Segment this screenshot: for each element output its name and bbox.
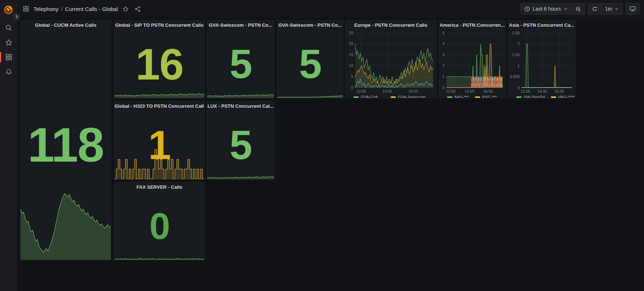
panel-europe-pstn: Europe - PSTN Concurrent Calls 051015202… bbox=[345, 20, 436, 98]
y-axis-tick: 25 bbox=[349, 31, 353, 35]
legend-swatch-icon bbox=[551, 96, 556, 98]
sidebar bbox=[0, 0, 17, 291]
panel-sip-to-pstn: Global - SIP TO PSTN Concurrent Calls 16 bbox=[114, 20, 205, 98]
sparkline-chart bbox=[21, 167, 111, 260]
refresh-icon bbox=[592, 6, 597, 12]
legend-series-name: SIN-SingTel bbox=[524, 95, 545, 98]
apps-grid-icon bbox=[23, 6, 29, 12]
x-axis-tick: 16:00 bbox=[408, 89, 418, 93]
sidebar-expand-button[interactable] bbox=[13, 13, 20, 20]
breadcrumb-separator: / bbox=[61, 6, 62, 12]
timeseries-chart[interactable]: 01234512:0014:0016:00 bbox=[439, 30, 505, 94]
refresh-button[interactable] bbox=[588, 3, 601, 14]
legend-series-name: GVA-Colt bbox=[361, 95, 378, 98]
panel-title[interactable]: America - PSTN Concurren... bbox=[439, 21, 505, 30]
share-icon bbox=[135, 6, 141, 12]
stat-value: 5 bbox=[299, 44, 321, 85]
x-axis-tick: 14:00 bbox=[382, 89, 392, 93]
dashboard-canvas: Global - CUCM Active Calls 118 Global - … bbox=[17, 18, 644, 291]
y-axis-tick: 10 bbox=[349, 63, 353, 68]
breadcrumb-dashboard-title[interactable]: Current Calls - Global bbox=[65, 6, 118, 12]
y-axis-tick: 5 bbox=[442, 31, 444, 35]
grafana-logo[interactable] bbox=[3, 5, 14, 15]
y-axis-tick: 0 bbox=[442, 85, 444, 90]
legend-swatch-icon bbox=[354, 96, 359, 98]
x-axis-tick: 14:00 bbox=[465, 89, 474, 93]
x-axis-tick: 12:00 bbox=[446, 89, 455, 93]
apps-grid-icon bbox=[6, 54, 12, 60]
x-axis-tick: 12:00 bbox=[356, 89, 366, 93]
stat-value: 0 bbox=[149, 207, 169, 245]
legend-series-name: GVA-Swisscom bbox=[398, 95, 426, 98]
legend-item[interactable]: HKG-**** bbox=[551, 95, 575, 98]
x-axis-tick: 12:00 bbox=[521, 89, 530, 93]
star-icon bbox=[5, 39, 12, 46]
chart-legend: NAS-***NYC-***BER-***PAC-***SAO-*** bbox=[439, 94, 505, 98]
search-icon bbox=[5, 24, 12, 32]
top-navbar: Telephony / Current Calls - Global Last … bbox=[17, 0, 644, 18]
panel-fax-server-calls: FAX SERVER - Calls 0 bbox=[114, 182, 205, 260]
legend-swatch-icon bbox=[475, 96, 480, 98]
time-range-picker[interactable]: Last 6 hours bbox=[521, 3, 571, 14]
star-dashboard-button[interactable] bbox=[121, 4, 130, 14]
legend-item[interactable]: GVA-Swisscom bbox=[391, 95, 426, 98]
panel-title[interactable]: Europe - PSTN Concurrent Calls bbox=[345, 21, 436, 30]
y-axis-tick: 1.50 bbox=[512, 52, 520, 57]
y-axis-tick: 5 bbox=[351, 74, 353, 79]
panel-title[interactable]: Global - CUCM Active Calls bbox=[21, 21, 111, 30]
panel-title[interactable]: GVA-Swisscom - PSTN Co... bbox=[277, 21, 343, 30]
y-axis-tick: 0 bbox=[351, 85, 353, 90]
legend-swatch-icon bbox=[516, 96, 522, 98]
panel-title[interactable]: FAX SERVER - Calls bbox=[114, 183, 204, 192]
timeseries-chart[interactable]: 051015202512:0014:0016:00 bbox=[345, 30, 436, 94]
y-axis-tick: 15 bbox=[349, 52, 353, 57]
refresh-interval-dropdown[interactable]: 1m bbox=[601, 3, 622, 14]
timeseries-chart[interactable]: 00.50011.5022.5012:0014:0016:00 bbox=[508, 30, 575, 94]
sidebar-item-search[interactable] bbox=[0, 21, 17, 35]
legend-series-name: NYC-*** bbox=[482, 95, 497, 98]
panel-title[interactable]: LUX - PSTN Concurrent Cal... bbox=[207, 102, 274, 111]
sidebar-item-dashboards[interactable] bbox=[0, 50, 17, 65]
legend-item[interactable]: SIN-SingTel bbox=[516, 95, 545, 98]
legend-item[interactable]: NYC-*** bbox=[475, 95, 497, 98]
panel-gva-swisscom-1: GVA-Swisscom - PSTN Co... 5 bbox=[207, 20, 274, 98]
panel-cucm-active-calls: Global - CUCM Active Calls 118 bbox=[20, 20, 111, 260]
time-range-label: Last 6 hours bbox=[533, 6, 561, 12]
y-axis-tick: 1 bbox=[442, 74, 444, 79]
monitor-icon bbox=[630, 6, 636, 12]
chart-legend: GVA-ColtGVA-SwisscomLUX-Telindus bbox=[345, 94, 436, 98]
star-icon bbox=[122, 6, 129, 12]
refresh-interval-label: 1m bbox=[605, 6, 612, 12]
breadcrumb-folder[interactable]: Telephony bbox=[33, 6, 58, 12]
panel-lux-pstn: LUX - PSTN Concurrent Cal... 5 bbox=[207, 101, 274, 180]
panel-title[interactable]: Global - SIP TO PSTN Concurrent Calls bbox=[114, 21, 204, 30]
panel-gva-swisscom-2: GVA-Swisscom - PSTN Co... 5 bbox=[277, 20, 343, 98]
panel-america-pstn: America - PSTN Concurren... 01234512:001… bbox=[439, 20, 506, 98]
y-axis-tick: 3 bbox=[442, 52, 444, 57]
panel-title[interactable]: Global - H323 TO PSTN Concurrent Calls bbox=[114, 102, 204, 111]
y-axis-tick: 2.50 bbox=[512, 31, 520, 35]
bell-icon bbox=[5, 68, 12, 75]
y-axis-tick: 1 bbox=[517, 63, 520, 68]
zoom-out-icon bbox=[575, 6, 581, 12]
panel-title[interactable]: GVA-Swisscom - PSTN Co... bbox=[207, 21, 274, 30]
panel-title[interactable]: Asia - PSTN Concurrent Ca... bbox=[508, 21, 575, 30]
legend-swatch-icon bbox=[391, 96, 396, 98]
legend-series-name: HKG-**** bbox=[558, 95, 575, 98]
legend-series-name: NAS-*** bbox=[454, 95, 469, 98]
stat-value: 5 bbox=[230, 44, 252, 85]
cycle-view-mode-button[interactable] bbox=[626, 3, 639, 14]
x-axis-tick: 14:00 bbox=[538, 89, 547, 93]
y-axis-tick: 20 bbox=[349, 41, 353, 46]
share-dashboard-button[interactable] bbox=[133, 4, 142, 14]
sidebar-item-starred[interactable] bbox=[0, 35, 17, 50]
sidebar-item-alerting[interactable] bbox=[0, 65, 17, 79]
legend-item[interactable]: NAS-*** bbox=[447, 95, 469, 98]
stat-value: 118 bbox=[28, 121, 104, 169]
legend-item[interactable]: GVA-Colt bbox=[354, 95, 385, 98]
y-axis-tick: 0 bbox=[517, 85, 520, 90]
clock-icon bbox=[524, 6, 530, 12]
chevron-down-icon bbox=[564, 7, 568, 11]
zoom-out-time-button[interactable] bbox=[571, 3, 585, 14]
chevron-down-icon bbox=[615, 7, 619, 11]
